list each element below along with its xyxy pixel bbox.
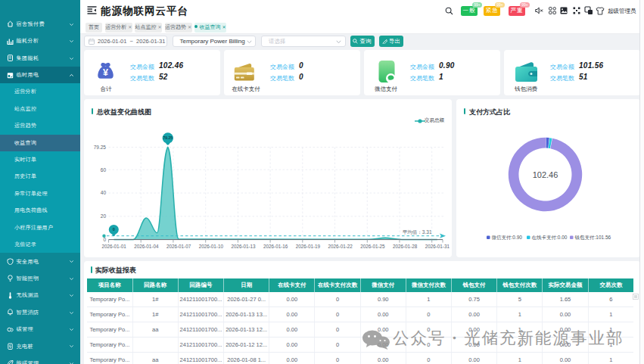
svg-text:2026-01-22: 2026-01-22 bbox=[328, 244, 353, 249]
svg-text:79.25: 79.25 bbox=[94, 145, 107, 150]
svg-text:2026-01-16: 2026-01-16 bbox=[263, 244, 288, 249]
svg-text:在线卡支付:0.00: 在线卡支付:0.00 bbox=[532, 235, 568, 241]
svg-text:2026-01-07: 2026-01-07 bbox=[166, 244, 191, 249]
svg-text:2026-01-10: 2026-01-10 bbox=[199, 244, 224, 249]
svg-text:微信支付:0.90: 微信支付:0.90 bbox=[492, 235, 523, 241]
svg-text:2026-01-19: 2026-01-19 bbox=[296, 244, 321, 249]
svg-text:平均值：3.31: 平均值：3.31 bbox=[403, 229, 432, 235]
svg-text:2026-01-31: 2026-01-31 bbox=[425, 244, 450, 249]
svg-text:102.46: 102.46 bbox=[533, 170, 558, 179]
svg-text:¥: ¥ bbox=[103, 67, 108, 78]
svg-text:2026-01-13: 2026-01-13 bbox=[231, 244, 256, 249]
svg-text:2026-01-01: 2026-01-01 bbox=[101, 244, 126, 249]
svg-text:2026-01-04: 2026-01-04 bbox=[134, 244, 159, 249]
svg-text:2026-01-25: 2026-01-25 bbox=[360, 244, 385, 249]
svg-text:2026-01-28: 2026-01-28 bbox=[393, 244, 418, 249]
svg-text:60: 60 bbox=[101, 167, 107, 173]
svg-text:0: 0 bbox=[113, 227, 115, 232]
svg-text:0: 0 bbox=[103, 237, 106, 242]
svg-text:钱包支付:101.56: 钱包支付:101.56 bbox=[574, 235, 611, 241]
svg-text:20: 20 bbox=[101, 213, 107, 219]
svg-text:40: 40 bbox=[101, 190, 107, 195]
svg-text:79.25: 79.25 bbox=[163, 135, 173, 140]
